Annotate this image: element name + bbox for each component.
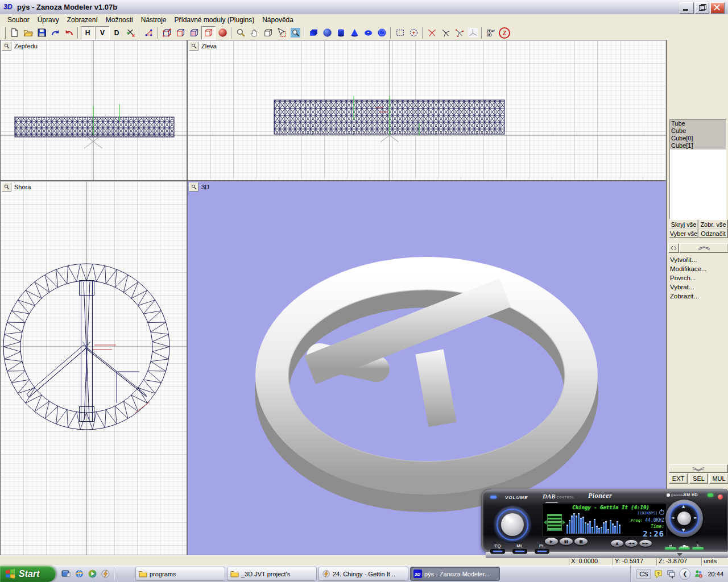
language-indicator[interactable]: CS [636,569,651,579]
show-all-button[interactable]: Zobr. vše [698,219,728,229]
vertex-edit-icon[interactable] [142,27,155,39]
volume-knob[interactable] [494,506,531,543]
sel-faces-icon[interactable] [188,27,201,39]
sel-button[interactable]: SEL [689,473,708,484]
menu-pravy[interactable]: Úpravy [34,15,63,25]
prim-geosphere-icon[interactable] [375,27,388,39]
command-vytvo-it[interactable]: Vytvořit... [670,256,697,263]
dpad-up-icon[interactable]: ▲ [682,504,685,509]
redo-icon[interactable] [49,27,62,39]
collapse-down-button[interactable] [669,464,728,473]
open-file-icon[interactable] [22,27,35,39]
menu-p-davn-moduly-plugins[interactable]: Přídavné moduly (Plugins) [170,15,258,25]
viewport-top[interactable]: Shora [0,181,187,555]
prim-torus-icon[interactable] [362,27,375,39]
pl-button[interactable]: PL [535,543,549,554]
close-button[interactable] [710,2,725,14]
menu-n-pov-da[interactable]: Nápověda [258,15,297,25]
play-button[interactable]: ▶ [545,538,558,545]
panel-toggle-button[interactable] [668,243,679,253]
ext-button[interactable]: EXT [669,473,688,484]
viewport-top-maximize-button[interactable] [2,182,11,192]
object-item-cube-1[interactable]: Cube[1] [670,142,726,149]
toggle-d-button[interactable]: D [110,27,123,39]
messenger-tray-icon[interactable] [694,569,703,579]
zmodeler-logo-button[interactable]: Z [498,27,511,39]
undo-icon[interactable] [63,27,76,39]
dpad-down-icon[interactable]: ▼ [682,528,685,533]
toggle-h-button[interactable]: H [81,26,95,40]
object-item-cube-0[interactable]: Cube[0] [670,135,726,142]
tool-cage-icon[interactable] [453,27,466,39]
shuffle-button[interactable]: ⇄ [664,544,677,551]
object-item-cube[interactable]: Cube [670,127,726,135]
task-24-chingy-gettin-it[interactable]: 24. Chingy - Gettin It... [318,567,408,581]
command-vybrat[interactable]: Vybrat... [670,284,694,290]
repeat-button[interactable]: ↻ [692,544,704,551]
stop-button[interactable]: ■ [574,538,588,545]
eq-button[interactable]: EQ [490,543,505,554]
stereo-dpad[interactable]: ▲ ▼ ◄ ► [665,500,703,537]
toggle-v-button[interactable]: V [96,26,110,40]
object-list[interactable]: TubeCubeCube[0]Cube[1] [669,119,726,219]
pause-button[interactable]: ▮▮ [560,538,573,545]
command-modifikace[interactable]: Modifikace... [670,265,707,272]
winamp-quicklaunch-icon[interactable] [101,569,110,579]
prev-track-button[interactable]: ◄◄ [625,540,638,547]
menu-mo-nosti[interactable]: Možnosti [102,15,137,25]
menu-zobrazen[interactable]: Zobrazení [63,15,102,25]
task-programs[interactable]: programs [135,567,225,581]
select-move-icon[interactable] [275,27,288,39]
prim-sphere-icon[interactable] [321,27,334,39]
show-desktop-quicklaunch-icon[interactable] [61,569,71,579]
tool-weld-icon[interactable] [425,27,439,39]
viewport-3d-maximize-button[interactable] [189,182,198,192]
viewport-left-maximize-button[interactable] [189,41,198,51]
prim-cone-icon[interactable] [348,27,361,39]
internet-explorer-quicklaunch-icon[interactable] [75,569,84,579]
deselect-button[interactable]: Odznačit [698,228,728,238]
task-3d-jvt-project-s[interactable]: _3D JVT project's [227,567,317,581]
viewport-left[interactable]: Zleva [187,40,667,181]
save-icon[interactable] [35,27,48,39]
start-button[interactable]: Start [0,566,56,582]
ml-button[interactable]: ML [512,543,527,554]
object-item-tube[interactable]: Tube [670,120,726,127]
taskbar-clock[interactable]: 20:44 [708,571,723,577]
hide-all-button[interactable]: Skryj vše [669,219,698,229]
next-track-button[interactable]: ►► [639,540,652,547]
analyzer-button[interactable]: ▂▅▃ [678,544,690,551]
axes-icon[interactable] [124,27,137,39]
display-settings-tray-icon[interactable] [667,569,676,579]
zoom-tool-icon[interactable] [234,27,247,39]
viewport-front-maximize-button[interactable] [2,41,11,51]
select-circle-icon[interactable] [407,27,420,39]
restore-button[interactable] [695,2,709,14]
prim-cylinder-icon[interactable] [334,27,348,39]
stereo-power-led[interactable] [718,494,723,500]
menu-soubor[interactable]: Soubor [3,15,34,25]
eject-button[interactable]: ▲ [611,540,623,547]
sel-vertices-icon[interactable] [160,27,173,39]
task-p-s-zanoza-modeler[interactable]: 3Dpýs - Zanoza Modeler... [410,567,500,581]
material-sphere-icon[interactable] [216,27,229,39]
new-file-icon[interactable] [8,27,21,39]
dpad-right-icon[interactable]: ► [694,516,697,520]
sel-edges-icon[interactable] [174,27,187,39]
collapse-up-button[interactable] [679,243,728,253]
tool-pivot-icon[interactable] [466,27,479,39]
select-all-button[interactable]: Vyber vše [669,228,698,238]
zoom-region-icon[interactable] [289,27,302,39]
menu-n-stroje[interactable]: Nástroje [137,15,171,25]
mul-button[interactable]: MUL [709,473,728,484]
help-tray-icon[interactable]: ? [654,569,663,579]
command-povrch[interactable]: Povrch... [670,275,696,281]
hide-icons-chevron[interactable]: ❮ [679,568,690,580]
minimize-button[interactable] [680,2,694,14]
prim-cube-icon[interactable] [307,27,320,39]
toolbar-grip[interactable] [3,27,6,39]
command-zobrazit[interactable]: Zobrazit... [670,293,699,300]
select-rect-icon[interactable] [394,27,407,39]
mode-2d3d-button[interactable]: 2D↵ 3D [485,27,498,39]
tool-spike-icon[interactable] [439,27,452,39]
